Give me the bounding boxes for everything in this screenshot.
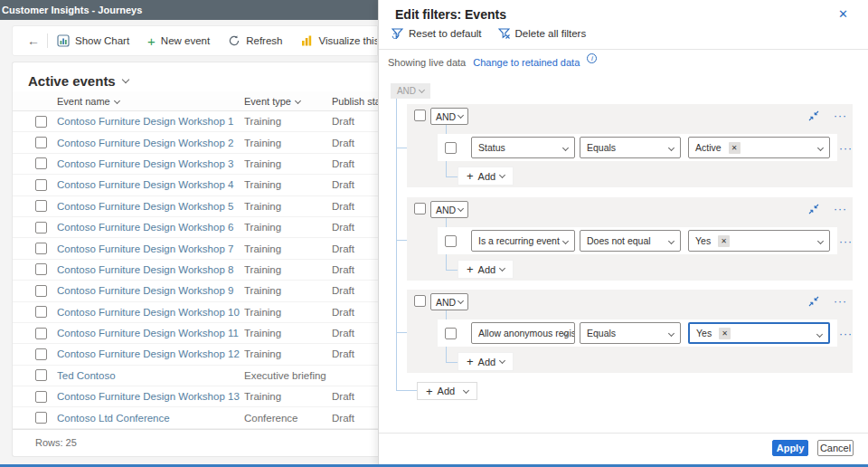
collapse-icon[interactable]	[808, 110, 819, 121]
collapse-icon[interactable]	[808, 296, 819, 307]
table-row[interactable]: Contoso Furniture Design Workshop 2 Trai…	[13, 132, 378, 153]
row-checkbox[interactable]	[35, 200, 47, 212]
group-operator-select[interactable]: AND	[430, 201, 468, 218]
condition-more-options-icon[interactable]: ···	[839, 237, 853, 246]
add-condition-button[interactable]: + Add	[458, 167, 514, 186]
add-condition-button[interactable]: + Add	[458, 352, 514, 371]
column-header-event-name[interactable]: Event name	[57, 96, 244, 107]
back-button[interactable]: ←	[20, 33, 47, 48]
event-name-link[interactable]: Contoso Furniture Design Workshop 10	[57, 307, 244, 318]
chevron-down-icon	[499, 357, 505, 364]
row-checkbox[interactable]	[35, 263, 47, 275]
filter-delete-icon	[498, 27, 510, 39]
table-row[interactable]: Contoso Furniture Design Workshop 8 Trai…	[13, 260, 378, 281]
comparator-select[interactable]: Equals	[580, 137, 681, 158]
show-chart-button[interactable]: Show Chart	[48, 34, 138, 47]
group-more-options-icon[interactable]: ···	[834, 111, 847, 120]
view-selector[interactable]: Active events	[13, 62, 378, 91]
row-checkbox[interactable]	[35, 328, 47, 339]
event-name-link[interactable]: Contoso Furniture Design Workshop 9	[57, 285, 244, 296]
column-header-event-type[interactable]: Event type	[244, 96, 332, 107]
event-name-link[interactable]: Contoso Furniture Design Workshop 13	[57, 391, 244, 402]
group-checkbox[interactable]	[414, 203, 426, 214]
condition-checkbox[interactable]	[445, 235, 457, 247]
event-name-link[interactable]: Contoso Furniture Design Workshop 1	[57, 116, 244, 127]
group-more-options-icon[interactable]: ···	[834, 205, 847, 214]
group-checkbox[interactable]	[414, 110, 426, 121]
comparator-select[interactable]: Equals	[580, 322, 681, 344]
info-icon[interactable]: i	[587, 53, 597, 63]
reset-to-default-button[interactable]: Reset to default	[392, 27, 482, 39]
cancel-button[interactable]: Cancel	[817, 440, 854, 456]
event-name-link[interactable]: Contoso Furniture Design Workshop 5	[57, 201, 244, 212]
event-name-link[interactable]: Contoso Furniture Design Workshop 6	[57, 222, 244, 233]
event-name-link[interactable]: Contoso Furniture Design Workshop 3	[57, 158, 244, 169]
condition-checkbox[interactable]	[445, 142, 457, 154]
row-checkbox[interactable]	[35, 243, 47, 254]
value-select[interactable]: Yes ✕	[688, 230, 830, 252]
value-select[interactable]: Active ✕	[688, 137, 830, 158]
event-name-link[interactable]: Contoso Ltd Conference	[57, 413, 244, 424]
remove-value-icon[interactable]: ✕	[718, 235, 730, 247]
table-row[interactable]: Contoso Furniture Design Workshop 13 Tra…	[13, 386, 378, 407]
add-condition-button[interactable]: + Add	[458, 260, 514, 279]
row-checkbox[interactable]	[35, 157, 47, 169]
row-checkbox[interactable]	[35, 222, 47, 234]
remove-value-icon[interactable]: ✕	[719, 328, 731, 339]
row-checkbox[interactable]	[35, 137, 47, 148]
event-name-link[interactable]: Contoso Furniture Design Workshop 7	[57, 243, 244, 254]
event-name-link[interactable]: Contoso Furniture Design Workshop 12	[57, 348, 244, 359]
condition-checkbox[interactable]	[445, 328, 457, 339]
table-row[interactable]: Contoso Furniture Design Workshop 5 Trai…	[13, 196, 378, 217]
row-checkbox[interactable]	[35, 391, 47, 403]
condition-more-options-icon[interactable]: ···	[839, 329, 853, 338]
field-select[interactable]: Status	[471, 137, 575, 158]
add-group-button[interactable]: + Add	[417, 382, 477, 400]
table-row[interactable]: Contoso Furniture Design Workshop 11 Tra…	[13, 323, 378, 344]
row-checkbox[interactable]	[35, 369, 47, 381]
remove-value-icon[interactable]: ✕	[729, 142, 741, 154]
group-operator-select[interactable]: AND	[430, 293, 468, 310]
table-row[interactable]: Contoso Furniture Design Workshop 7 Trai…	[13, 238, 378, 259]
row-checkbox[interactable]	[35, 412, 47, 424]
table-row[interactable]: Contoso Furniture Design Workshop 12 Tra…	[13, 344, 378, 365]
new-event-button[interactable]: + New event	[138, 33, 219, 49]
group-operator-select[interactable]: AND	[430, 108, 468, 125]
column-header-publish-status[interactable]: Publish status	[332, 96, 378, 107]
event-name-link[interactable]: Contoso Furniture Design Workshop 8	[57, 264, 244, 275]
event-name-link[interactable]: Contoso Furniture Design Workshop 4	[57, 179, 244, 190]
visualize-view-button[interactable]: Visualize this view	[291, 34, 378, 47]
table-row[interactable]: Contoso Furniture Design Workshop 4 Trai…	[13, 175, 378, 195]
collapse-icon[interactable]	[808, 204, 819, 214]
field-select[interactable]: Allow anonymous regist...	[471, 322, 575, 344]
table-row[interactable]: Contoso Ltd Conference Conference Draft	[13, 407, 378, 428]
value-select[interactable]: Yes ✕	[688, 322, 830, 344]
change-retained-data-link[interactable]: Change to retained data	[473, 57, 580, 68]
close-icon[interactable]: ✕	[838, 7, 848, 21]
table-row[interactable]: Contoso Furniture Design Workshop 6 Trai…	[13, 217, 378, 238]
delete-all-filters-button[interactable]: Delete all filters	[498, 27, 587, 39]
row-checkbox[interactable]	[35, 348, 47, 360]
row-checkbox[interactable]	[35, 306, 47, 318]
table-row[interactable]: Contoso Furniture Design Workshop 1 Trai…	[13, 111, 378, 132]
chart-icon	[57, 34, 70, 47]
table-row[interactable]: Contoso Furniture Design Workshop 10 Tra…	[13, 302, 378, 323]
row-checkbox[interactable]	[35, 179, 47, 191]
field-select[interactable]: Is a recurring event	[471, 230, 575, 252]
comparator-select[interactable]: Does not equal	[580, 230, 681, 252]
group-checkbox[interactable]	[414, 295, 426, 307]
apply-button[interactable]: Apply	[772, 440, 808, 456]
refresh-button[interactable]: Refresh	[219, 34, 291, 47]
row-checkbox[interactable]	[35, 285, 47, 297]
chevron-down-icon	[817, 145, 824, 151]
row-checkbox[interactable]	[35, 116, 47, 128]
plus-icon: +	[467, 262, 474, 276]
event-name-link[interactable]: Ted Contoso	[57, 370, 244, 381]
group-more-options-icon[interactable]: ···	[834, 297, 847, 306]
table-row[interactable]: Ted Contoso Executive briefing	[13, 366, 378, 386]
table-row[interactable]: Contoso Furniture Design Workshop 9 Trai…	[13, 281, 378, 301]
event-name-link[interactable]: Contoso Furniture Design Workshop 2	[57, 138, 244, 148]
event-name-link[interactable]: Contoso Furniture Design Workshop 11	[57, 328, 244, 338]
table-row[interactable]: Contoso Furniture Design Workshop 3 Trai…	[13, 154, 378, 175]
condition-more-options-icon[interactable]: ···	[839, 144, 853, 153]
